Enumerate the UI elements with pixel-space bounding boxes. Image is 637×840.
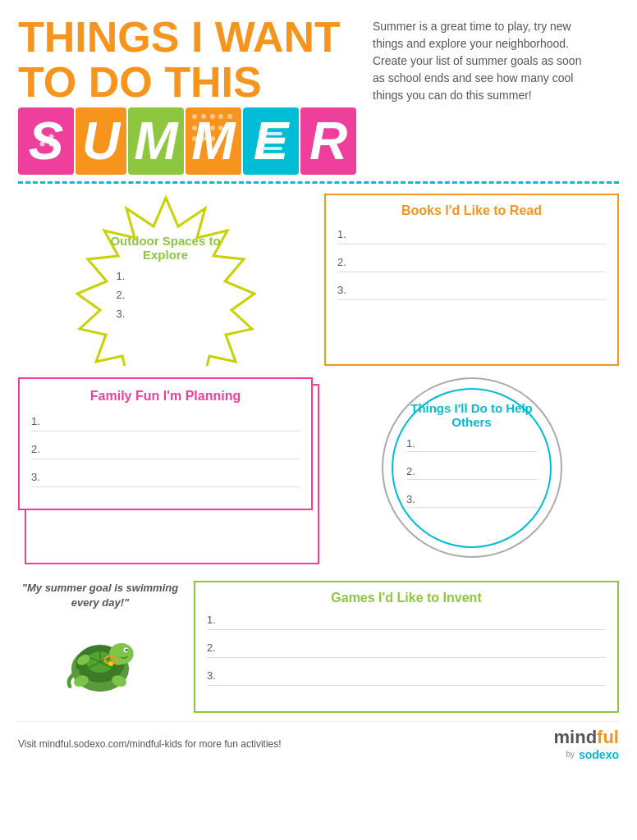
svg-point-12 bbox=[126, 649, 127, 650]
books-section: Books I'd Like to Read 1. 2. 3. bbox=[324, 194, 619, 366]
games-list: 1. 2. 3. bbox=[207, 614, 606, 686]
books-item-2: 2. bbox=[337, 256, 606, 272]
header: THINGS I WANT TO DO THIS S U M M bbox=[18, 15, 619, 175]
letter-m: M bbox=[128, 107, 184, 175]
family-item-2: 2. bbox=[31, 443, 300, 459]
turtle-image bbox=[51, 614, 149, 713]
bottom-row: "My summer goal is swimming every day!" bbox=[18, 581, 619, 712]
title-block: THINGS I WANT TO DO THIS S U M M bbox=[18, 15, 356, 175]
main-grid: Outdoor Spaces to Explore 1. 2. 3. Books… bbox=[18, 194, 619, 569]
logo-sodexo: sodexo bbox=[579, 748, 619, 761]
outdoor-content: Outdoor Spaces to Explore 1. 2. 3. bbox=[108, 234, 223, 326]
turtle-quote: "My summer goal is swimming every day!" bbox=[18, 581, 182, 610]
games-section: Games I'd Like to Invent 1. 2. 3. bbox=[194, 581, 619, 712]
help-list: 1. 2. 3. bbox=[406, 437, 537, 521]
help-section: Things I'll Do to Help Others 1. 2. 3. bbox=[324, 377, 619, 558]
help-item-3: 3. bbox=[406, 493, 537, 508]
family-title: Family Fun I'm Planning bbox=[31, 389, 300, 404]
turtle-section: "My summer goal is swimming every day!" bbox=[18, 581, 182, 712]
family-section: Family Fun I'm Planning 1. 2. 3. bbox=[18, 377, 313, 558]
circle-inner: Things I'll Do to Help Others 1. 2. 3. bbox=[392, 388, 552, 548]
help-item-1: 1. bbox=[406, 437, 537, 452]
outdoor-item-1: 1. bbox=[117, 270, 223, 282]
help-title: Things I'll Do to Help Others bbox=[406, 401, 537, 429]
letter-s: S bbox=[18, 107, 74, 175]
title-line1: THINGS I WANT bbox=[18, 15, 356, 60]
footer: Visit mindful.sodexo.com/mindful-kids fo… bbox=[18, 721, 619, 761]
page: THINGS I WANT TO DO THIS S U M M bbox=[0, 0, 637, 840]
books-list: 1. 2. 3. bbox=[337, 228, 606, 300]
outdoor-list: 1. 2. 3. bbox=[108, 270, 223, 320]
family-item-3: 3. bbox=[31, 471, 300, 487]
books-item-1: 1. bbox=[337, 228, 606, 244]
family-item-1: 1. bbox=[31, 415, 300, 431]
starburst-shape: Outdoor Spaces to Explore 1. 2. 3. bbox=[76, 194, 256, 366]
games-item-2: 2. bbox=[207, 641, 606, 658]
description-text: Summer is a great time to play, try new … bbox=[373, 15, 586, 104]
books-title: Books I'd Like to Read bbox=[337, 203, 606, 218]
outdoor-title: Outdoor Spaces to Explore bbox=[108, 234, 223, 262]
circle-outer: Things I'll Do to Help Others 1. 2. 3. bbox=[382, 377, 562, 558]
logo-ful: ful bbox=[597, 727, 619, 748]
games-item-1: 1. bbox=[207, 614, 606, 630]
logo-by: by bbox=[566, 750, 575, 759]
logo-mind: mind bbox=[554, 727, 598, 748]
games-title: Games I'd Like to Invent bbox=[207, 591, 606, 605]
outdoor-item-3: 3. bbox=[117, 308, 223, 320]
family-box-front: Family Fun I'm Planning 1. 2. 3. bbox=[18, 377, 313, 510]
family-list: 1. 2. 3. bbox=[31, 415, 300, 487]
section-divider bbox=[18, 181, 619, 184]
letter-r: R bbox=[300, 107, 356, 175]
mindful-logo: mindful by sodexo bbox=[554, 727, 619, 761]
summer-word: S U M M bbox=[18, 107, 356, 175]
title-line2: TO DO THIS bbox=[18, 60, 356, 105]
outdoor-section: Outdoor Spaces to Explore 1. 2. 3. bbox=[18, 194, 313, 366]
games-item-3: 3. bbox=[207, 669, 606, 686]
letter-m2: M bbox=[186, 107, 241, 175]
help-item-2: 2. bbox=[406, 465, 537, 480]
svg-point-18 bbox=[108, 661, 113, 666]
letter-u: U bbox=[76, 107, 126, 175]
outdoor-item-2: 2. bbox=[117, 289, 223, 301]
svg-point-11 bbox=[126, 649, 128, 651]
footer-text: Visit mindful.sodexo.com/mindful-kids fo… bbox=[18, 738, 282, 750]
letter-e: E bbox=[243, 107, 299, 175]
books-item-3: 3. bbox=[337, 284, 606, 300]
